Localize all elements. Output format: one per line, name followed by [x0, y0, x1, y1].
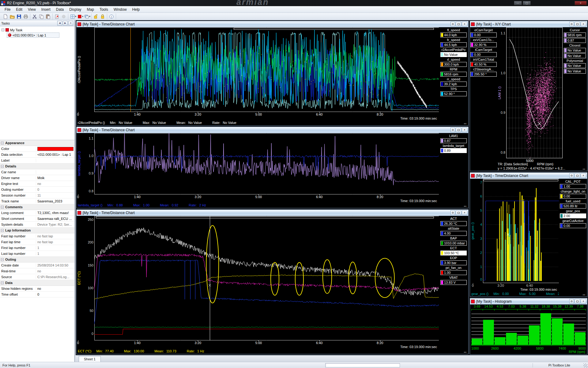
property-row[interactable]: Create date25/08/2024 14:03:50	[0, 263, 74, 268]
menu-edit[interactable]: Edit	[13, 7, 25, 12]
property-row[interactable]: Show hidden regionsno	[0, 286, 74, 292]
app-titlebar[interactable]: R2 Engine_R200_V2.pwb - Pi Toolbox* armi…	[0, 0, 588, 6]
channel-value-box[interactable]: 44.0 kph	[440, 33, 467, 37]
channel-value-box[interactable]: 4.00	[440, 231, 467, 236]
channel-value-box[interactable]: 1.00	[440, 270, 467, 275]
channel-value-box[interactable]: 0.89	[440, 148, 467, 153]
tasks-nav-right-button[interactable]: ►	[63, 21, 68, 25]
maximize-button[interactable]	[575, 22, 580, 26]
property-row[interactable]: Driver nameMoik	[0, 175, 74, 181]
save-button[interactable]	[16, 13, 22, 20]
window-titlebar[interactable]: [My Task] - Time/Distance Chart ×	[470, 173, 587, 179]
channel-value-box[interactable]: 26.30 °C	[440, 221, 467, 226]
property-row[interactable]: Outing number0	[0, 187, 74, 193]
channel-value-box[interactable]: 1010.00 mbar	[440, 241, 467, 246]
maximize-button[interactable]: ▢	[523, 1, 531, 5]
paste-button[interactable]	[45, 13, 51, 20]
property-row[interactable]: Label	[0, 158, 74, 163]
display-options-dropdown-icon[interactable]: ▾	[89, 15, 90, 18]
new-document-button[interactable]	[2, 13, 9, 20]
property-row[interactable]: Session number11	[0, 193, 74, 198]
channel-value-box[interactable]: 13.83 V	[440, 280, 467, 285]
channel-value-box[interactable]: 32.90 %	[470, 42, 497, 47]
channel-value-box[interactable]: No Value	[440, 52, 467, 57]
lock-button[interactable]	[99, 13, 106, 20]
cursor-value-box[interactable]: No Value	[564, 53, 586, 58]
unlock-button[interactable]	[92, 13, 99, 20]
property-row[interactable]: System detailsDevice Type: R2; Ser...	[0, 222, 74, 228]
task-item-my-task[interactable]: − My Task	[1, 27, 74, 33]
channel-value-box[interactable]: 300.0 kph	[440, 62, 467, 67]
menu-help[interactable]: Help	[130, 7, 143, 12]
property-row[interactable]: Engine testno	[0, 181, 74, 187]
channel-value-box[interactable]: 39.2 kph	[440, 82, 467, 86]
property-row[interactable]: Data selection<011:000:001> : Lap 1	[0, 152, 74, 158]
restore-button[interactable]	[569, 22, 574, 26]
window-titlebar[interactable]: [My Task] - Time/Distance Chart ×	[77, 21, 468, 27]
restore-button[interactable]	[450, 128, 455, 132]
close-button[interactable]: ×	[581, 299, 586, 304]
window-titlebar[interactable]: [My Task] - Time/Distance Chart ×	[77, 127, 468, 133]
resize-handle-icon[interactable]: ↔	[582, 292, 586, 297]
channel-value-box[interactable]: 0.87	[440, 138, 467, 143]
property-section-comments[interactable]: −Comments	[0, 204, 74, 210]
tasks-nav-left-button[interactable]: ◄	[57, 21, 62, 25]
channel-value-box[interactable]: 5816 rpm	[440, 72, 467, 77]
channel-value-box[interactable]: 0.00	[470, 52, 497, 57]
channel-value-box[interactable]: 0.00	[560, 194, 586, 199]
menu-insert[interactable]: Insert	[39, 7, 53, 12]
property-row[interactable]: Track nameSaaremaa_2023	[0, 198, 74, 204]
menu-window[interactable]: Window	[111, 7, 130, 12]
open-file-button[interactable]	[9, 13, 16, 20]
property-row[interactable]: Time offset0	[0, 292, 74, 297]
channel-value-box[interactable]: 295.50 °	[470, 72, 497, 77]
chart-plot-area[interactable]	[94, 27, 439, 112]
maximize-button[interactable]	[575, 299, 580, 304]
chart-plot-area[interactable]	[483, 179, 559, 283]
record-button[interactable]	[60, 13, 67, 20]
channel-value-box[interactable]: 103.50 °C	[440, 251, 467, 255]
property-row[interactable]: Color	[0, 146, 74, 152]
expander-icon[interactable]: −	[2, 29, 4, 31]
restore-button[interactable]	[569, 299, 574, 304]
maximize-button[interactable]	[456, 210, 461, 215]
property-row[interactable]: Fast lap numberno fast lap	[0, 233, 74, 239]
channel-value-box[interactable]: 44.5 kph	[440, 42, 467, 47]
resize-handle-icon[interactable]: ↔	[582, 166, 586, 171]
property-row[interactable]: Real-timeno	[0, 268, 74, 274]
cursor-value-box[interactable]: 5816 rpm	[564, 33, 586, 37]
window-titlebar[interactable]: [My Task] - Histogram ×	[470, 298, 587, 305]
menu-data[interactable]: Data	[53, 7, 66, 12]
channel-value-box[interactable]: 520.89 ltr	[560, 204, 586, 209]
property-row[interactable]: Fast lap timeno fast lap	[0, 239, 74, 245]
channel-value-box[interactable]: 52.90 °	[440, 91, 467, 96]
restore-button[interactable]	[450, 210, 455, 215]
property-row[interactable]: Long commentT2,130C, rihm maas!	[0, 210, 74, 216]
task-item-lap[interactable]: <011:000:001> : Lap 1	[7, 33, 59, 38]
property-section-outing[interactable]: −Outing	[0, 257, 74, 263]
maximize-button[interactable]	[456, 128, 461, 132]
property-row[interactable]: Last lap number1	[0, 251, 74, 257]
xy-plot-area[interactable]	[506, 27, 563, 158]
cut-button[interactable]	[31, 13, 38, 20]
expander-icon[interactable]: −	[1, 229, 4, 232]
channel-value-box[interactable]: 0.00	[470, 33, 497, 37]
menu-display[interactable]: Display	[66, 7, 84, 12]
channel-value-box[interactable]: 2.00	[560, 213, 586, 218]
channel-value-box[interactable]: 1.00	[560, 184, 586, 189]
channel-value-box[interactable]: 0.00	[560, 223, 586, 228]
chart-plot-area[interactable]	[94, 133, 439, 194]
property-section-data[interactable]: −Data	[0, 280, 74, 286]
close-button[interactable]: ×	[462, 210, 467, 215]
property-section-details[interactable]: −Details	[0, 163, 74, 169]
cursor-value-box[interactable]: 0.87	[564, 38, 586, 43]
maximize-button[interactable]	[456, 22, 461, 26]
cursor-value-box[interactable]: No Value	[564, 48, 586, 53]
property-section-lap-information[interactable]: −Lap Information	[0, 228, 74, 233]
cursor-value-box[interactable]: No Value	[564, 63, 586, 68]
window-titleb ar[interactable]: [My Task] - Time/Distance Chart ×	[77, 210, 468, 216]
maximize-button[interactable]	[575, 173, 580, 178]
copy-button[interactable]	[38, 13, 45, 20]
expander-icon[interactable]: −	[1, 282, 4, 284]
resize-grip[interactable]	[583, 363, 587, 367]
